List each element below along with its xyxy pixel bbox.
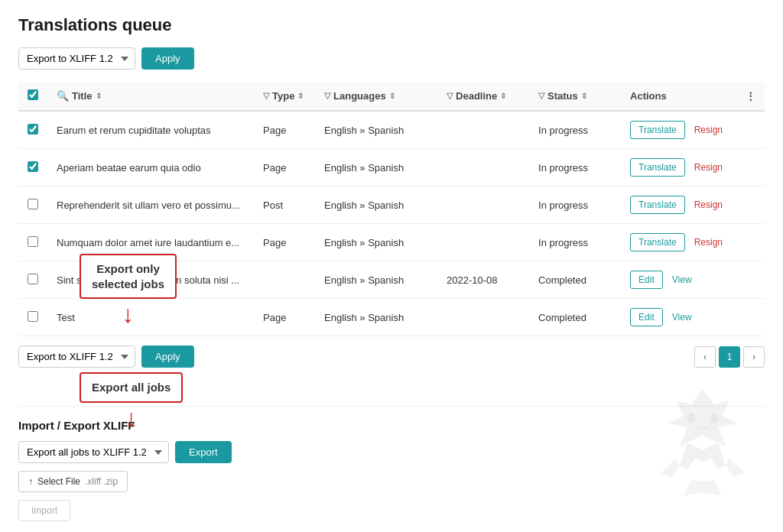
page-title: Translations queue: [18, 15, 765, 35]
view-button[interactable]: View: [668, 271, 697, 288]
translate-button[interactable]: Translate: [630, 233, 685, 251]
row-languages: English » Spanish: [315, 224, 437, 261]
col-title-label: Title: [72, 90, 93, 102]
col-deadline-label: Deadline: [456, 90, 497, 102]
next-page-button[interactable]: ›: [743, 346, 765, 368]
row-more: [736, 299, 765, 336]
row-status: In progress: [529, 149, 621, 187]
prev-page-button[interactable]: ‹: [694, 346, 716, 368]
callout-selected-jobs: Export only selected jobs: [80, 254, 177, 299]
resign-button[interactable]: Resign: [690, 122, 727, 138]
translate-button[interactable]: Translate: [630, 121, 685, 139]
page-1-button[interactable]: 1: [719, 346, 740, 368]
type-sort-icon[interactable]: ⇕: [297, 92, 304, 100]
row-status: In progress: [529, 187, 621, 224]
row-deadline: [437, 111, 529, 149]
col-actions-label: Actions: [630, 90, 667, 102]
select-file-label: Select File: [37, 476, 80, 487]
callout-all-jobs: Export all jobs: [80, 372, 183, 403]
edit-button[interactable]: Edit: [630, 271, 663, 289]
upload-icon: ↑: [28, 476, 33, 487]
top-toolbar: Export to XLIFF 1.2 Export to XLIFF 2.0 …: [18, 47, 765, 70]
select-all-checkbox[interactable]: [28, 89, 38, 100]
resign-button[interactable]: Resign: [690, 196, 727, 213]
more-icon[interactable]: ⋮: [746, 90, 755, 102]
row-type: Post: [254, 187, 315, 224]
row-languages: English » Spanish: [315, 261, 437, 299]
pagination: ‹ 1 ›: [694, 346, 765, 368]
row-checkbox[interactable]: [28, 199, 38, 209]
callout1-arrow: ↓: [122, 302, 135, 326]
table-row: Earum et rerum cupiditate voluptasPageEn…: [18, 111, 765, 149]
row-actions: EditView: [621, 299, 736, 336]
row-type: Page: [254, 111, 315, 149]
row-languages: English » Spanish: [315, 149, 437, 187]
row-actions: TranslateResign: [621, 111, 736, 149]
col-type-label: Type: [272, 90, 294, 102]
col-languages-label: Languages: [333, 90, 386, 102]
file-hint: .xliff .zip: [85, 476, 118, 487]
row-title: Aperiam beatae earum quia odio: [47, 149, 254, 187]
row-type: Page: [254, 299, 315, 336]
lang-sort-icon[interactable]: ⇕: [389, 92, 395, 100]
lang-filter-icon[interactable]: ▽: [324, 91, 330, 101]
row-checkbox[interactable]: [28, 236, 38, 247]
row-more: [736, 187, 765, 224]
translate-button[interactable]: Translate: [630, 196, 685, 214]
row-more: [736, 149, 765, 187]
row-status: Completed: [529, 261, 621, 299]
row-languages: English » Spanish: [315, 299, 437, 336]
row-actions: TranslateResign: [621, 187, 736, 224]
row-actions: EditView: [621, 261, 736, 299]
edit-button[interactable]: Edit: [630, 308, 663, 326]
top-export-dropdown[interactable]: Export to XLIFF 1.2 Export to XLIFF 2.0: [18, 47, 135, 70]
deadline-filter-icon[interactable]: ▽: [447, 91, 453, 101]
row-more: [736, 261, 765, 299]
row-checkbox[interactable]: [28, 161, 38, 172]
row-more: [736, 224, 765, 261]
row-deadline: [437, 187, 529, 224]
resign-button[interactable]: Resign: [690, 159, 727, 176]
watermark-logo: [645, 381, 760, 506]
row-actions: TranslateResign: [621, 149, 736, 187]
export-all-dropdown[interactable]: Export all jobs to XLIFF 1.2: [18, 441, 169, 463]
row-type: Page: [254, 149, 315, 187]
bottom-toolbar: Export to XLIFF 1.2 Export to XLIFF 2.0 …: [18, 345, 765, 368]
top-apply-button[interactable]: Apply: [141, 47, 194, 70]
export-button[interactable]: Export: [175, 441, 232, 463]
row-type: [254, 261, 315, 299]
row-status: In progress: [529, 111, 621, 149]
import-button[interactable]: Import: [18, 500, 70, 521]
bottom-export-dropdown[interactable]: Export to XLIFF 1.2 Export to XLIFF 2.0: [18, 345, 135, 368]
table-row: Aperiam beatae earum quia odioPageEnglis…: [18, 149, 765, 187]
row-languages: English » Spanish: [315, 187, 437, 224]
row-title: Reprehenderit sit ullam vero et possimu.…: [47, 187, 254, 224]
status-sort-icon[interactable]: ⇕: [581, 92, 587, 100]
svg-point-0: [687, 413, 695, 423]
title-sort-icon[interactable]: ⇕: [96, 92, 102, 100]
translate-button[interactable]: Translate: [630, 158, 685, 177]
row-deadline: [437, 224, 529, 261]
table-row: Reprehenderit sit ullam vero et possimu.…: [18, 187, 765, 224]
deadline-sort-icon[interactable]: ⇕: [500, 92, 506, 100]
view-button[interactable]: View: [668, 309, 697, 326]
resign-button[interactable]: Resign: [690, 234, 727, 251]
row-status: Completed: [529, 299, 621, 336]
row-deadline: 2022-10-08: [437, 261, 529, 299]
type-filter-icon[interactable]: ▽: [263, 91, 269, 101]
row-checkbox[interactable]: [28, 311, 38, 322]
row-deadline: [437, 149, 529, 187]
row-deadline: [437, 299, 529, 336]
row-more: [736, 111, 765, 149]
status-filter-icon[interactable]: ▽: [538, 91, 544, 101]
row-status: In progress: [529, 224, 621, 261]
row-checkbox[interactable]: [28, 274, 38, 284]
col-status-label: Status: [547, 90, 578, 102]
row-actions: TranslateResign: [621, 224, 736, 261]
row-checkbox[interactable]: [28, 124, 38, 135]
row-languages: English » Spanish: [315, 111, 437, 149]
callout2-arrow: ↓: [125, 406, 138, 430]
select-file-button[interactable]: ↑ Select File .xliff .zip: [18, 471, 128, 492]
row-type: Page: [254, 224, 315, 261]
bottom-apply-button[interactable]: Apply: [141, 345, 194, 368]
